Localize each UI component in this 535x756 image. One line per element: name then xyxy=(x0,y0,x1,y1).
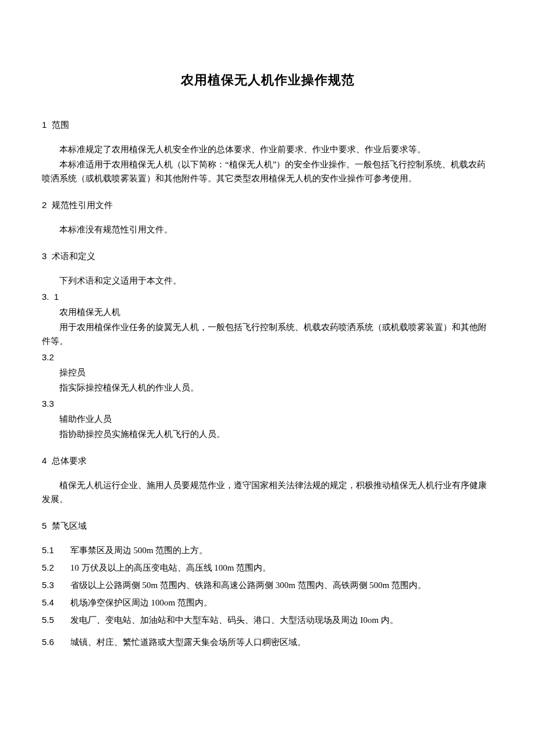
section-2-para-1: 本标准没有规范性引用文件。 xyxy=(42,223,493,237)
section-5-item-1-num: 5.1 xyxy=(42,543,68,557)
section-4-text: 总体要求 xyxy=(52,456,87,465)
section-4-para-1: 植保无人机运行企业、施用人员要规范作业，遵守国家相关法律法规的规定，积极推动植保… xyxy=(42,478,493,506)
term-3-def: 指协助操控员实施植保无人机飞行的人员。 xyxy=(42,427,493,441)
section-5-item-4: 5.4 机场净空保护区周边 100om 范围内。 xyxy=(42,596,493,610)
section-3-heading: 3 术语和定义 xyxy=(42,249,493,263)
section-5-item-6-num: 5.6 xyxy=(42,635,68,649)
section-3-num: 3 xyxy=(42,251,47,261)
section-3-text: 术语和定义 xyxy=(52,251,95,261)
term-1-def: 用于农用植保作业任务的旋翼无人机，一般包括飞行控制系统、机载农药喷洒系统（或机载… xyxy=(42,320,493,348)
term-2-num: 3.2 xyxy=(42,350,493,364)
section-4-num: 4 xyxy=(42,456,47,465)
section-5-heading: 5 禁飞区域 xyxy=(42,519,493,533)
section-5-item-1: 5.1 军事禁区及周边 500m 范围的上方。 xyxy=(42,543,493,557)
section-5-item-5-text: 发电厂、变电站、加油站和中大型车站、码头、港口、大型活动现场及周边 I0om 内… xyxy=(70,615,398,625)
section-5-item-4-text: 机场净空保护区周边 100om 范围内。 xyxy=(70,598,212,607)
section-1-para-1: 本标准规定了农用植保无人机安全作业的总体要求、作业前要求、作业中要求、作业后要求… xyxy=(42,142,493,156)
section-1-num: 1 xyxy=(42,120,47,130)
section-5-text: 禁飞区域 xyxy=(52,521,87,531)
section-2-text: 规范性引用文件 xyxy=(52,200,113,210)
section-2-heading: 2 规范性引用文件 xyxy=(42,198,493,212)
section-3-intro: 下列术语和定义适用于本文件。 xyxy=(42,274,493,288)
section-5-num: 5 xyxy=(42,521,47,531)
section-4-heading: 4 总体要求 xyxy=(42,454,493,468)
document-title: 农用植保无人机作业操作规范 xyxy=(42,70,493,90)
section-5-item-3-num: 5.3 xyxy=(42,578,68,592)
section-1-text: 范围 xyxy=(52,120,69,130)
section-1-para-2: 本标准适用于农用植保无人机（以下简称：“植保无人机”）的安全作业操作。一般包括飞… xyxy=(42,157,493,185)
section-5-item-6: 5.6 城镇、村庄、繁忙道路或大型露天集会场所等人口稠密区域。 xyxy=(42,635,493,649)
section-5-item-3-text: 省级以上公路两侧 50m 范围内、铁路和高速公路两侧 300m 范围内、高铁两侧… xyxy=(70,581,427,590)
term-1-num: 3. 1 xyxy=(42,290,493,304)
section-5-item-3: 5.3 省级以上公路两侧 50m 范围内、铁路和高速公路两侧 300m 范围内、… xyxy=(42,578,493,592)
term-2-def: 指实际操控植保无人机的作业人员。 xyxy=(42,381,493,395)
section-5-item-4-num: 5.4 xyxy=(42,596,68,610)
section-5-item-6-text: 城镇、村庄、繁忙道路或大型露天集会场所等人口稠密区域。 xyxy=(70,637,306,647)
section-5-item-5-num: 5.5 xyxy=(42,613,68,627)
term-2-name: 操控员 xyxy=(42,366,493,379)
section-5-item-1-text: 军事禁区及周边 500m 范围的上方。 xyxy=(70,546,208,555)
section-5-item-5: 5.5 发电厂、变电站、加油站和中大型车站、码头、港口、大型活动现场及周边 I0… xyxy=(42,613,493,627)
term-3-num: 3.3 xyxy=(42,397,493,411)
term-1-name: 农用植保无人机 xyxy=(42,305,493,319)
section-5-item-2-text: 10 万伏及以上的高压变电站、高压线 100m 范围内。 xyxy=(70,563,271,572)
section-1-heading: 1 范围 xyxy=(42,118,493,132)
section-5-item-2: 5.2 10 万伏及以上的高压变电站、高压线 100m 范围内。 xyxy=(42,561,493,575)
section-2-num: 2 xyxy=(42,200,47,210)
term-3-name: 辅助作业人员 xyxy=(42,412,493,426)
section-5-item-2-num: 5.2 xyxy=(42,561,68,575)
